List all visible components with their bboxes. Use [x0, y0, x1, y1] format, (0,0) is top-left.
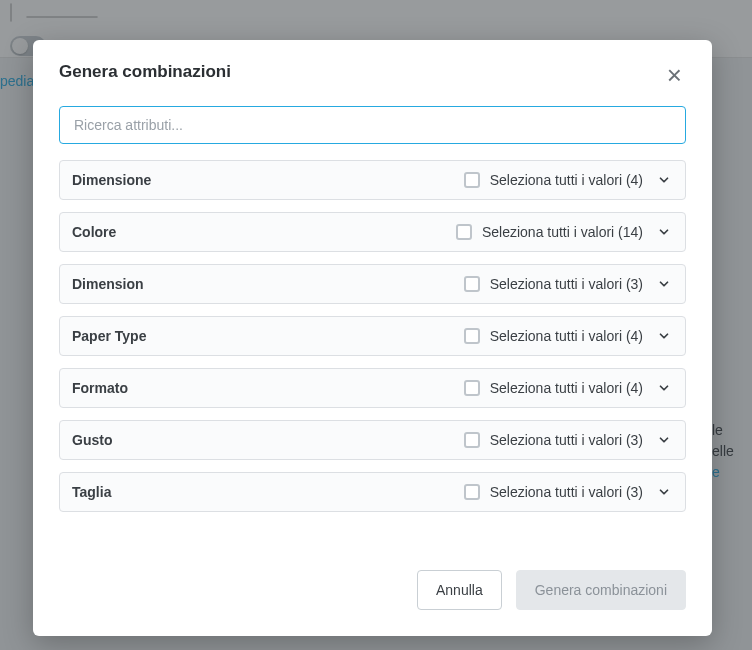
attribute-select-all[interactable]: Seleziona tutti i valori (4): [464, 328, 643, 344]
attribute-name: Colore: [72, 224, 456, 240]
attribute-name: Dimension: [72, 276, 464, 292]
select-all-label: Seleziona tutti i valori (4): [490, 328, 643, 344]
attribute-select-all[interactable]: Seleziona tutti i valori (3): [464, 484, 643, 500]
attribute-name: Paper Type: [72, 328, 464, 344]
select-all-checkbox[interactable]: [464, 380, 480, 396]
select-all-checkbox[interactable]: [464, 328, 480, 344]
attribute-select-all[interactable]: Seleziona tutti i valori (14): [456, 224, 643, 240]
attribute-name: Formato: [72, 380, 464, 396]
attribute-select-all[interactable]: Seleziona tutti i valori (4): [464, 380, 643, 396]
generate-button[interactable]: Genera combinazioni: [516, 570, 686, 610]
attribute-row[interactable]: Paper TypeSeleziona tutti i valori (4): [59, 316, 686, 356]
attribute-row[interactable]: DimensionSeleziona tutti i valori (3): [59, 264, 686, 304]
chevron-down-icon[interactable]: [657, 277, 671, 291]
attribute-row[interactable]: FormatoSeleziona tutti i valori (4): [59, 368, 686, 408]
attribute-row[interactable]: ColoreSeleziona tutti i valori (14): [59, 212, 686, 252]
chevron-down-icon[interactable]: [657, 225, 671, 239]
chevron-down-icon[interactable]: [657, 381, 671, 395]
chevron-down-icon[interactable]: [657, 433, 671, 447]
close-icon[interactable]: ×: [663, 62, 686, 88]
select-all-label: Seleziona tutti i valori (14): [482, 224, 643, 240]
select-all-label: Seleziona tutti i valori (3): [490, 484, 643, 500]
attribute-name: Dimensione: [72, 172, 464, 188]
select-all-label: Seleziona tutti i valori (3): [490, 432, 643, 448]
select-all-checkbox[interactable]: [464, 276, 480, 292]
select-all-label: Seleziona tutti i valori (4): [490, 172, 643, 188]
attribute-select-all[interactable]: Seleziona tutti i valori (3): [464, 276, 643, 292]
attribute-row[interactable]: DimensioneSeleziona tutti i valori (4): [59, 160, 686, 200]
select-all-checkbox[interactable]: [464, 484, 480, 500]
generate-combinations-modal: Genera combinazioni × DimensioneSelezion…: [33, 40, 712, 636]
select-all-checkbox[interactable]: [464, 432, 480, 448]
chevron-down-icon[interactable]: [657, 329, 671, 343]
attribute-select-all[interactable]: Seleziona tutti i valori (4): [464, 172, 643, 188]
chevron-down-icon[interactable]: [657, 485, 671, 499]
search-input[interactable]: [59, 106, 686, 144]
attribute-list: DimensioneSeleziona tutti i valori (4)Co…: [59, 160, 686, 512]
attribute-select-all[interactable]: Seleziona tutti i valori (3): [464, 432, 643, 448]
cancel-button[interactable]: Annulla: [417, 570, 502, 610]
chevron-down-icon[interactable]: [657, 173, 671, 187]
modal-title: Genera combinazioni: [59, 62, 231, 82]
select-all-checkbox[interactable]: [456, 224, 472, 240]
attribute-name: Taglia: [72, 484, 464, 500]
select-all-label: Seleziona tutti i valori (4): [490, 380, 643, 396]
attribute-name: Gusto: [72, 432, 464, 448]
attribute-row[interactable]: GustoSeleziona tutti i valori (3): [59, 420, 686, 460]
attribute-row[interactable]: TagliaSeleziona tutti i valori (3): [59, 472, 686, 512]
select-all-checkbox[interactable]: [464, 172, 480, 188]
select-all-label: Seleziona tutti i valori (3): [490, 276, 643, 292]
